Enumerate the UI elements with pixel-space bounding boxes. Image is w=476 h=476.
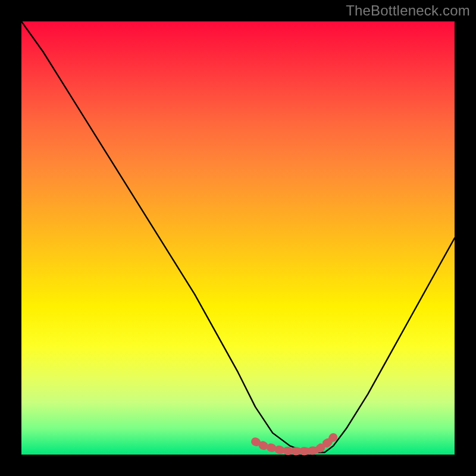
watermark-text: TheBottleneck.com (346, 2, 470, 19)
chart-frame: TheBottleneck.com (0, 0, 476, 476)
plot-gradient-area (21, 21, 455, 455)
